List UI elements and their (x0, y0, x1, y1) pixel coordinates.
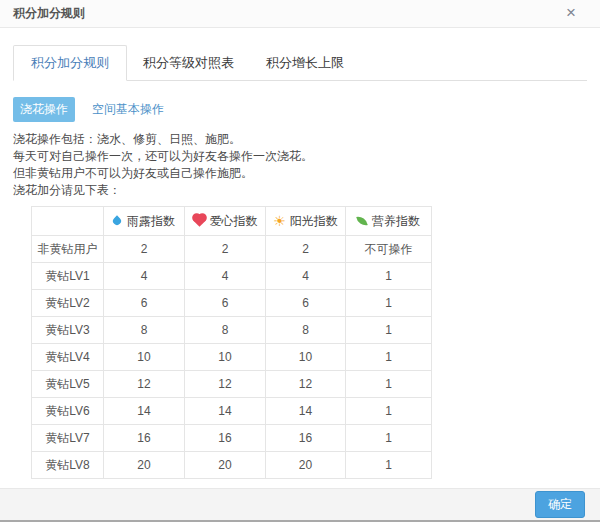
row-label: 黄钻LV8 (32, 452, 104, 479)
points-table: 雨露指数爱心指数☀阳光指数营养指数 非黄钻用户222不可操作黄钻LV14441黄… (31, 206, 432, 479)
table-cell: 8 (185, 317, 266, 344)
table-row: 黄钻LV51212121 (32, 371, 432, 398)
row-label: 黄钻LV7 (32, 425, 104, 452)
table-cell: 16 (185, 425, 266, 452)
table-cell: 8 (266, 317, 346, 344)
table-cell: 12 (185, 371, 266, 398)
row-label: 非黄钻用户 (32, 236, 104, 263)
close-icon[interactable]: × (566, 0, 576, 26)
table-cell: 1 (346, 317, 432, 344)
table-cell: 1 (346, 290, 432, 317)
table-cell: 1 (346, 344, 432, 371)
confirm-button[interactable]: 确定 (535, 491, 585, 518)
subtab-2[interactable]: 空间基本操作 (85, 97, 171, 122)
description-line: 浇花加分请见下表： (13, 182, 587, 199)
tab-bar: 积分加分规则积分等级对照表积分增长上限 (13, 45, 587, 81)
table-cell: 10 (185, 344, 266, 371)
tab-3[interactable]: 积分增长上限 (250, 46, 360, 80)
table-row: 黄钻LV38881 (32, 317, 432, 344)
row-label: 黄钻LV5 (32, 371, 104, 398)
heart-icon (193, 214, 206, 227)
table-cell: 20 (185, 452, 266, 479)
table-cell: 2 (185, 236, 266, 263)
row-label: 黄钻LV6 (32, 398, 104, 425)
table-row: 黄钻LV26661 (32, 290, 432, 317)
table-cell: 14 (185, 398, 266, 425)
table-cell: 4 (185, 263, 266, 290)
row-label: 黄钻LV1 (32, 263, 104, 290)
header-label: 雨露指数 (127, 213, 175, 230)
table-cell: 1 (346, 425, 432, 452)
water-drop-icon (111, 215, 122, 226)
sun-icon: ☀ (273, 216, 286, 226)
header-label: 爱心指数 (210, 213, 258, 230)
table-cell: 6 (104, 290, 185, 317)
row-label: 黄钻LV3 (32, 317, 104, 344)
header-cell: 营养指数 (346, 207, 432, 236)
table-cell: 1 (346, 398, 432, 425)
header-cell: 雨露指数 (104, 207, 185, 236)
description-text: 浇花操作包括：浇水、修剪、日照、施肥。每天可对自己操作一次，还可以为好友各操作一… (13, 131, 587, 199)
dialog-title: 积分加分规则 (13, 6, 85, 20)
table-cell: 16 (104, 425, 185, 452)
points-rules-dialog: 积分加分规则 × 积分加分规则积分等级对照表积分增长上限 浇花操作空间基本操作 … (0, 0, 600, 522)
header-corner-cell (32, 207, 104, 236)
table-row: 黄钻LV61414141 (32, 398, 432, 425)
table-cell: 14 (266, 398, 346, 425)
row-label: 黄钻LV4 (32, 344, 104, 371)
description-line: 但非黄钻用户不可以为好友或自己操作施肥。 (13, 165, 587, 182)
subtab-1[interactable]: 浇花操作 (13, 97, 75, 122)
table-cell: 8 (104, 317, 185, 344)
table-cell: 6 (185, 290, 266, 317)
table-cell: 4 (266, 263, 346, 290)
table-row: 非黄钻用户222不可操作 (32, 236, 432, 263)
leaf-icon (356, 215, 368, 227)
table-row: 黄钻LV82020201 (32, 452, 432, 479)
table-cell: 20 (104, 452, 185, 479)
table-cell: 不可操作 (346, 236, 432, 263)
table-cell: 12 (104, 371, 185, 398)
table-cell: 6 (266, 290, 346, 317)
description-line: 每天可对自己操作一次，还可以为好友各操作一次浇花。 (13, 148, 587, 165)
table-cell: 4 (104, 263, 185, 290)
table-cell: 2 (104, 236, 185, 263)
dialog-content: 积分加分规则积分等级对照表积分增长上限 浇花操作空间基本操作 浇花操作包括：浇水… (0, 28, 600, 488)
table-row: 黄钻LV14441 (32, 263, 432, 290)
table-row: 黄钻LV71616161 (32, 425, 432, 452)
dialog-footer: 确定 (0, 488, 600, 520)
table-cell: 1 (346, 371, 432, 398)
subtab-bar: 浇花操作空间基本操作 (13, 97, 587, 122)
points-table-body: 非黄钻用户222不可操作黄钻LV14441黄钻LV26661黄钻LV38881黄… (32, 236, 432, 479)
table-cell: 10 (104, 344, 185, 371)
row-label: 黄钻LV2 (32, 290, 104, 317)
tab-1[interactable]: 积分加分规则 (13, 45, 127, 81)
table-row: 黄钻LV41010101 (32, 344, 432, 371)
table-cell: 10 (266, 344, 346, 371)
points-table-head: 雨露指数爱心指数☀阳光指数营养指数 (32, 207, 432, 236)
header-cell: ☀阳光指数 (266, 207, 346, 236)
table-cell: 20 (266, 452, 346, 479)
header-label: 阳光指数 (290, 213, 338, 230)
table-cell: 2 (266, 236, 346, 263)
header-label: 营养指数 (372, 213, 420, 230)
header-row: 雨露指数爱心指数☀阳光指数营养指数 (32, 207, 432, 236)
tab-2[interactable]: 积分等级对照表 (127, 46, 250, 80)
table-cell: 1 (346, 452, 432, 479)
table-cell: 14 (104, 398, 185, 425)
table-cell: 16 (266, 425, 346, 452)
table-cell: 1 (346, 263, 432, 290)
header-cell: 爱心指数 (185, 207, 266, 236)
table-cell: 12 (266, 371, 346, 398)
dialog-titlebar: 积分加分规则 × (0, 0, 600, 28)
description-line: 浇花操作包括：浇水、修剪、日照、施肥。 (13, 131, 587, 148)
